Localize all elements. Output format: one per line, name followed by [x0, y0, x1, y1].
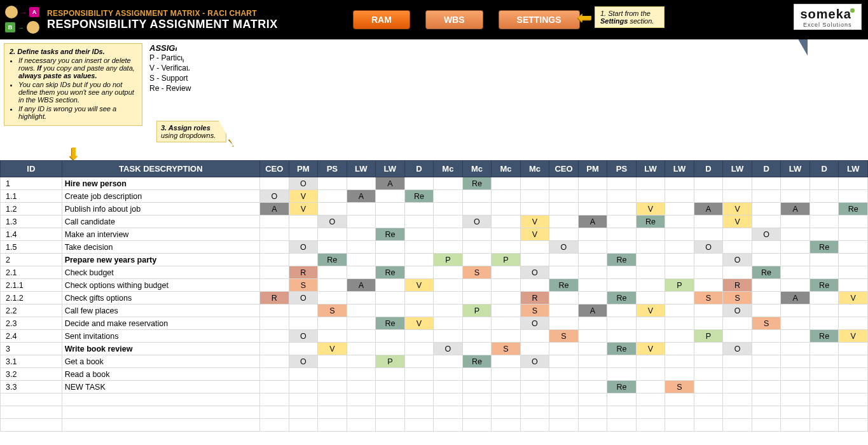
cell-role[interactable] [636, 317, 665, 330]
cell-description[interactable]: Decide and make reservation [62, 317, 259, 330]
cell-role[interactable] [752, 381, 781, 394]
cell-role[interactable] [260, 241, 289, 254]
cell-description[interactable]: Call candidate [62, 216, 259, 228]
cell-empty[interactable] [723, 406, 752, 419]
cell-role[interactable]: V [318, 343, 347, 355]
cell-role[interactable] [376, 381, 405, 394]
cell-empty[interactable] [607, 394, 637, 406]
cell-role[interactable] [781, 343, 810, 355]
cell-role[interactable] [809, 216, 839, 228]
cell-role[interactable] [636, 355, 665, 368]
cell-role[interactable] [665, 368, 694, 381]
cell-role[interactable] [347, 216, 376, 228]
cell-role[interactable] [809, 355, 839, 368]
cell-role[interactable] [347, 203, 376, 216]
cell-role[interactable] [520, 254, 549, 266]
cell-role[interactable] [694, 228, 723, 241]
cell-role[interactable]: A [694, 203, 723, 216]
cell-empty[interactable] [347, 394, 376, 406]
cell-role[interactable] [520, 368, 549, 381]
cell-role[interactable] [723, 330, 752, 343]
cell-id[interactable]: 2 [1, 254, 62, 266]
cell-role[interactable]: S [723, 292, 752, 305]
cell-role[interactable] [462, 203, 492, 216]
cell-role[interactable] [607, 279, 637, 292]
cell-role[interactable] [694, 177, 723, 190]
cell-role[interactable] [781, 216, 810, 228]
cell-role[interactable] [839, 305, 868, 317]
cell-role[interactable]: V [520, 216, 549, 228]
cell-role[interactable] [289, 305, 318, 317]
cell-role[interactable] [260, 216, 289, 228]
cell-role[interactable] [549, 368, 579, 381]
cell-role[interactable] [781, 355, 810, 368]
cell-role[interactable] [404, 266, 434, 279]
cell-role[interactable] [839, 381, 868, 394]
cell-empty[interactable] [752, 394, 781, 406]
cell-role[interactable] [376, 368, 405, 381]
cell-empty[interactable] [376, 394, 405, 406]
cell-role[interactable] [809, 368, 839, 381]
cell-role[interactable]: V [289, 203, 318, 216]
cell-role[interactable] [318, 241, 347, 254]
cell-role[interactable] [404, 177, 434, 190]
cell-role[interactable]: V [723, 203, 752, 216]
cell-role[interactable] [839, 355, 868, 368]
cell-role[interactable] [434, 355, 463, 368]
cell-role[interactable] [752, 254, 781, 266]
cell-role[interactable] [260, 266, 289, 279]
cell-role[interactable] [636, 228, 665, 241]
cell-empty[interactable] [839, 419, 868, 432]
cell-role[interactable]: P [694, 330, 723, 343]
cell-empty[interactable] [62, 394, 259, 406]
cell-role[interactable] [578, 381, 607, 394]
cell-role[interactable] [549, 381, 579, 394]
cell-description[interactable]: Sent invitations [62, 330, 259, 343]
cell-empty[interactable] [289, 394, 318, 406]
cell-empty[interactable] [404, 406, 434, 419]
cell-role[interactable] [549, 203, 579, 216]
cell-role[interactable] [520, 203, 549, 216]
cell-role[interactable] [289, 381, 318, 394]
cell-empty[interactable] [1, 419, 62, 432]
cell-role[interactable] [318, 292, 347, 305]
cell-role[interactable] [347, 381, 376, 394]
cell-role[interactable]: S [549, 330, 579, 343]
cell-empty[interactable] [636, 394, 665, 406]
cell-role[interactable] [434, 266, 463, 279]
cell-role[interactable] [694, 368, 723, 381]
cell-role[interactable] [347, 241, 376, 254]
cell-role[interactable] [520, 241, 549, 254]
cell-role[interactable] [809, 177, 839, 190]
cell-empty[interactable] [289, 406, 318, 419]
cell-role[interactable] [839, 177, 868, 190]
cell-role[interactable] [549, 266, 579, 279]
cell-role[interactable]: A [781, 203, 810, 216]
cell-role[interactable] [549, 216, 579, 228]
cell-empty[interactable] [520, 419, 549, 432]
cell-empty[interactable] [318, 419, 347, 432]
cell-role[interactable] [607, 305, 637, 317]
cell-role[interactable] [318, 228, 347, 241]
cell-role[interactable] [318, 317, 347, 330]
cell-role[interactable] [549, 177, 579, 190]
cell-role[interactable] [723, 241, 752, 254]
cell-empty[interactable] [289, 419, 318, 432]
cell-role[interactable] [578, 292, 607, 305]
cell-role[interactable] [607, 228, 637, 241]
cell-role[interactable] [781, 279, 810, 292]
cell-role[interactable] [839, 254, 868, 266]
cell-role[interactable] [636, 368, 665, 381]
cell-role[interactable] [260, 254, 289, 266]
cell-empty[interactable] [723, 419, 752, 432]
cell-role[interactable]: P [492, 254, 521, 266]
cell-role[interactable] [289, 216, 318, 228]
cell-role[interactable] [809, 343, 839, 355]
cell-empty[interactable] [607, 419, 637, 432]
cell-role[interactable] [752, 292, 781, 305]
cell-role[interactable] [318, 355, 347, 368]
cell-role[interactable]: O [549, 241, 579, 254]
cell-empty[interactable] [404, 394, 434, 406]
cell-role[interactable] [578, 355, 607, 368]
cell-empty[interactable] [694, 406, 723, 419]
